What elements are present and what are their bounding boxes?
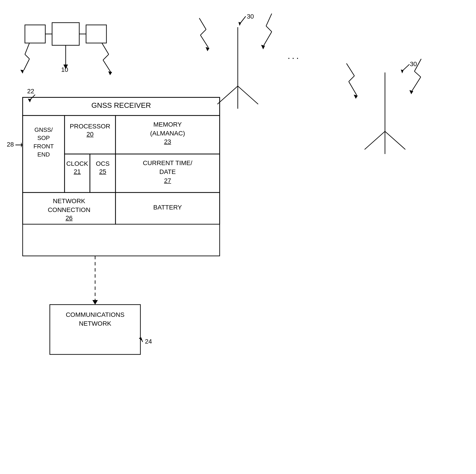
battery-label: BATTERY <box>116 203 220 212</box>
diagram-svg <box>0 0 476 474</box>
svg-rect-1 <box>25 25 45 43</box>
clock-ref: 21 <box>65 168 90 176</box>
svg-marker-14 <box>108 71 112 75</box>
ref-24-label: 24 <box>145 338 152 346</box>
svg-marker-26 <box>261 45 265 49</box>
svg-line-6 <box>25 54 29 59</box>
svg-line-17 <box>238 86 258 104</box>
svg-line-7 <box>24 59 29 70</box>
svg-line-19 <box>199 18 206 30</box>
memory-label: MEMORY(ALMANAC) <box>116 120 220 138</box>
ref-10-label: 10 <box>61 66 68 74</box>
svg-line-11 <box>102 43 109 54</box>
memory-ref: 23 <box>116 138 220 146</box>
svg-line-20 <box>200 30 206 35</box>
svg-line-23 <box>266 14 272 26</box>
processor-ref: 20 <box>65 130 116 138</box>
svg-marker-38 <box>409 90 413 94</box>
ellipsis-label: ... <box>288 50 301 62</box>
ocs-ref: 25 <box>90 168 116 176</box>
svg-line-12 <box>103 54 109 60</box>
svg-line-13 <box>103 60 111 72</box>
svg-line-21 <box>200 35 208 48</box>
svg-marker-22 <box>206 47 209 51</box>
gnss-receiver-label: GNSS RECEIVER <box>23 101 220 110</box>
svg-rect-0 <box>52 23 79 45</box>
clock-label: CLOCK <box>65 160 90 168</box>
ref-30b-label: 30 <box>410 60 417 68</box>
gnss-sop-label: GNSS/SOPFRONTEND <box>23 126 65 159</box>
comms-network-label: COMMUNICATIONSNETWORK <box>50 310 140 328</box>
svg-marker-8 <box>20 70 24 74</box>
svg-line-31 <box>346 63 354 76</box>
current-time-ref: 27 <box>116 177 220 185</box>
svg-line-36 <box>414 71 421 77</box>
svg-line-33 <box>349 82 357 95</box>
svg-line-29 <box>385 131 405 150</box>
svg-line-5 <box>25 43 29 54</box>
svg-line-16 <box>217 86 238 104</box>
svg-line-32 <box>349 76 354 82</box>
ref-30a-label: 30 <box>247 13 254 21</box>
processor-label: PROCESSOR <box>65 122 116 130</box>
svg-line-37 <box>412 77 421 91</box>
network-connection-ref: 26 <box>23 214 116 222</box>
diagram-container: 10 22 28 GNSS RECEIVER GNSS/SOPFRONTEND … <box>0 0 476 474</box>
svg-line-25 <box>264 32 272 45</box>
svg-marker-34 <box>354 95 358 99</box>
current-time-label: CURRENT TIME/DATE <box>116 158 220 176</box>
ocs-label: OCS <box>90 160 116 168</box>
svg-line-28 <box>365 131 385 150</box>
ref-22-label: 22 <box>27 87 34 95</box>
svg-line-24 <box>266 26 272 32</box>
svg-rect-2 <box>86 25 106 43</box>
ref-28-label: 28 <box>7 140 14 149</box>
network-connection-label: NETWORKCONNECTION <box>23 197 116 214</box>
svg-marker-50 <box>92 300 98 305</box>
